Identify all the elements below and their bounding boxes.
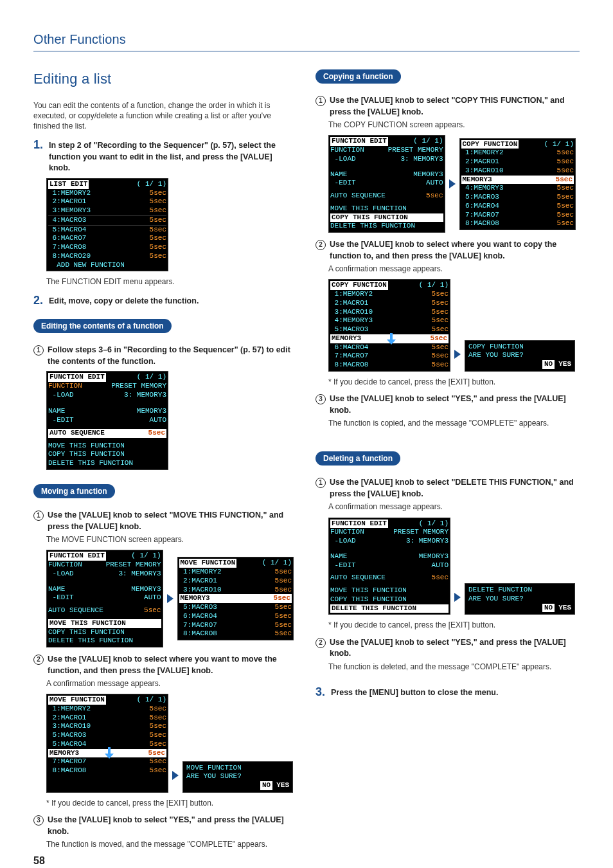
step-2: 2. Edit, move, copy or delete the functi… — [33, 294, 294, 307]
arrow-right-icon — [167, 594, 173, 603]
substep-result: A confirmation message appears. — [328, 264, 576, 274]
step-text: Edit, move, copy or delete the function. — [49, 294, 199, 307]
lcd-list-edit: LIST EDIT( 1/ 1) 1:MEMORY25sec 2:MACRO15… — [46, 178, 168, 272]
substep-result: The COPY FUNCTION screen appears. — [328, 120, 576, 130]
arrow-right-icon — [454, 350, 461, 359]
substep-text: Use the [VALUE] knob to select "YES," an… — [48, 815, 294, 837]
circled-number-icon: 3 — [33, 815, 44, 826]
lcd-copy-confirm-list: COPY FUNCTION( 1/ 1) 1:MEMORY25sec 2:MAC… — [328, 279, 450, 372]
subsection-pill-move: Moving a function — [33, 484, 115, 498]
substep-move-3: 3 Use the [VALUE] knob to select "YES," … — [33, 815, 294, 837]
step-number: 2. — [33, 294, 45, 306]
intro-text: You can edit the contents of a function,… — [33, 100, 294, 132]
step-1: 1. In step 2 of "Recording to the Sequen… — [33, 139, 294, 174]
circled-number-icon: 2 — [315, 638, 326, 648]
divider — [33, 51, 580, 51]
circled-number-icon: 2 — [315, 240, 326, 250]
lcd-copy-confirm-dialog: COPY FUNCTION ARE YOU SURE? NOYES — [465, 340, 575, 372]
lcd-delete-confirm-dialog: DELETE FUNCTION ARE YOU SURE? NOYES — [465, 583, 575, 615]
substep-text: Use the [VALUE] knob to select "YES," an… — [330, 637, 576, 660]
column-left: Editing a list You can edit the contents… — [33, 69, 294, 854]
substep-copy-1: 1 Use the [VALUE] knob to select "COPY T… — [315, 95, 576, 118]
substep-result: The function is copied, and the message … — [328, 418, 576, 428]
substep-text: Use the [VALUE] knob to select "MOVE THI… — [48, 510, 294, 532]
substep-result: The function is moved, and the message "… — [46, 839, 294, 849]
substep-text: Use the [VALUE] knob to select "YES," an… — [330, 393, 576, 416]
lcd-copy-dest: COPY FUNCTION( 1/ 1) 1:MEMORY25sec 2:MAC… — [459, 138, 576, 231]
substep-edit-1: 1 Follow steps 3–6 in "Recording to the … — [33, 345, 294, 367]
footnote: * If you decide to cancel, press the [EX… — [328, 377, 576, 387]
arrow-right-icon — [172, 771, 179, 780]
circled-number-icon: 2 — [33, 655, 44, 665]
substep-delete-1: 1 Use the [VALUE] knob to select "DELETE… — [315, 477, 576, 500]
lcd-function-edit: FUNCTION EDIT( 1/ 1) FUNCTIONPRESET MEMO… — [46, 371, 168, 470]
substep-copy-3: 3 Use the [VALUE] knob to select "YES," … — [315, 393, 576, 416]
step-text: In step 2 of "Recording to the Sequencer… — [49, 139, 294, 174]
circled-number-icon: 1 — [315, 96, 326, 106]
arrow-right-icon — [454, 593, 461, 602]
step-3: 3. Press the [MENU] button to close the … — [315, 686, 576, 699]
substep-copy-2: 2 Use the [VALUE] knob to select where y… — [315, 239, 576, 262]
subsection-pill-copy: Copying a function — [315, 69, 401, 84]
subsection-pill-delete: Deleting a function — [315, 451, 400, 466]
arrow-right-icon — [449, 179, 456, 188]
footnote: * If you decide to cancel, press the [EX… — [46, 798, 294, 808]
section-title: Editing a list — [33, 69, 294, 89]
circled-number-icon: 1 — [315, 478, 326, 488]
step-text: Press the [MENU] button to close the men… — [331, 686, 498, 699]
step-number: 3. — [315, 686, 327, 698]
lcd-function-edit-move: FUNCTION EDIT( 1/ 1) FUNCTIONPRESET MEMO… — [46, 550, 163, 647]
circled-number-icon: 1 — [33, 345, 44, 356]
substep-result: The function is deleted, and the message… — [328, 662, 576, 672]
substep-text: Use the [VALUE] knob to select "DELETE T… — [330, 477, 576, 500]
substep-text: Use the [VALUE] knob to select where you… — [48, 654, 294, 676]
lcd-move-dest: MOVE FUNCTION( 1/ 1) 1:MEMORY25sec 2:MAC… — [177, 557, 294, 640]
circled-number-icon: 1 — [33, 511, 44, 521]
dot-divider — [33, 91, 294, 94]
substep-text: Use the [VALUE] knob to select where you… — [330, 239, 576, 262]
substep-delete-2: 2 Use the [VALUE] knob to select "YES," … — [315, 637, 576, 660]
step-result: The FUNCTION EDIT menu appears. — [46, 276, 294, 287]
substep-text: Follow steps 3–6 in "Recording to the Se… — [48, 345, 294, 367]
circled-number-icon: 3 — [315, 394, 326, 404]
substep-move-1: 1 Use the [VALUE] knob to select "MOVE T… — [33, 510, 294, 532]
substep-move-2: 2 Use the [VALUE] knob to select where y… — [33, 654, 294, 676]
lcd-function-edit-copy: FUNCTION EDIT( 1/ 1) FUNCTIONPRESET MEMO… — [328, 135, 445, 233]
breadcrumb: Other Functions — [33, 31, 580, 48]
lcd-move-confirm-dialog: MOVE FUNCTION ARE YOU SURE? NOYES — [182, 761, 293, 793]
step-number: 1. — [33, 139, 45, 150]
substep-result: The MOVE FUNCTION screen appears. — [46, 534, 294, 545]
substep-result: A confirmation message appears. — [46, 678, 294, 689]
lcd-move-confirm-list: MOVE FUNCTION( 1/ 1) 1:MEMORY25sec 2:MAC… — [46, 694, 168, 793]
substep-result: A confirmation message appears. — [328, 502, 576, 512]
footnote: * If you decide to cancel, press the [EX… — [328, 620, 576, 630]
substep-text: Use the [VALUE] knob to select "COPY THI… — [330, 95, 576, 118]
column-right: Copying a function 1 Use the [VALUE] kno… — [315, 69, 576, 854]
page-number: 58 — [33, 854, 45, 868]
lcd-function-edit-delete: FUNCTION EDIT( 1/ 1) FUNCTIONPRESET MEMO… — [328, 518, 450, 615]
subsection-pill-edit: Editing the contents of a function — [33, 319, 172, 333]
